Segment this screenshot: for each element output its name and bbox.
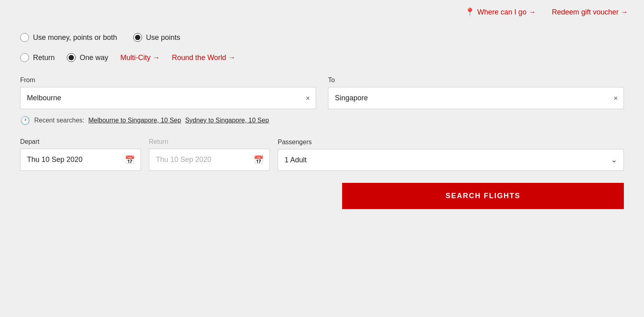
to-clear-button[interactable]: × [613,95,618,102]
one-way-label: One way [80,54,108,62]
to-input[interactable] [328,87,623,109]
from-input[interactable] [21,87,316,109]
use-points-radio[interactable] [133,33,142,42]
one-way-radio[interactable] [67,53,76,62]
one-way-option[interactable]: One way [67,53,108,62]
from-to-row: From × To × [20,77,624,109]
money-points-label: Use money, points or both [33,33,117,42]
depart-input[interactable] [21,149,140,170]
from-input-wrapper: × [20,87,316,109]
recent-searches-label: Recent searches: [34,117,85,124]
recent-search-1[interactable]: Melbourne to Singapore, 10 Sep [89,117,181,124]
recent-searches: 🕐 Recent searches: Melbourne to Singapor… [20,116,624,125]
passengers-select[interactable]: 1 Adult2 Adults3 Adults1 Adult, 1 Child [278,149,623,170]
return-label: Return [149,138,270,145]
round-the-world-link[interactable]: Round the World → [172,54,235,62]
multi-city-link[interactable]: Multi-City → [120,54,160,62]
pin-icon: 📍 [465,7,475,17]
depart-label: Depart [20,138,141,145]
round-the-world-label: Round the World → [172,54,235,62]
from-clear-button[interactable]: × [305,95,310,102]
redeem-voucher-link[interactable]: Redeem gift voucher → [552,8,628,17]
depart-calendar-icon[interactable]: 📅 [125,155,135,165]
use-points-option[interactable]: Use points [133,33,180,42]
date-passengers-row: Depart 📅 Return 📅 Passengers 1 Adult2 Ad… [20,138,624,171]
use-points-label: Use points [146,33,180,42]
from-field-group: From × [20,77,316,109]
to-field-group: To × [328,77,624,109]
return-label: Return [33,54,55,62]
passengers-label: Passengers [278,139,624,146]
return-input[interactable] [149,149,269,170]
depart-input-wrapper: 📅 [20,149,141,171]
multi-city-label: Multi-City → [120,54,160,62]
money-points-option[interactable]: Use money, points or both [20,33,117,42]
where-can-i-go-link[interactable]: 📍 Where can I go → [465,7,536,17]
to-input-wrapper: × [328,87,624,109]
main-content: Use money, points or both Use points Ret… [0,21,644,225]
payment-options-group: Use money, points or both Use points [20,33,624,42]
return-calendar-icon[interactable]: 📅 [254,155,264,165]
return-field: Return 📅 [149,138,270,171]
redeem-voucher-label: Redeem gift voucher → [552,8,628,17]
depart-field: Depart 📅 [20,138,141,171]
trip-type-group: Return One way Multi-City → Round the Wo… [20,53,624,62]
search-row: SEARCH FLIGHTS [20,183,624,209]
top-nav: 📍 Where can I go → Redeem gift voucher → [0,0,644,21]
return-input-wrapper: 📅 [149,149,270,171]
return-option[interactable]: Return [20,53,55,62]
to-label: To [328,77,624,84]
return-radio[interactable] [20,53,29,62]
passengers-select-wrapper: 1 Adult2 Adults3 Adults1 Adult, 1 Child … [278,149,624,171]
recent-search-2[interactable]: Sydney to Singapore, 10 Sep [185,117,269,124]
passengers-field: Passengers 1 Adult2 Adults3 Adults1 Adul… [278,139,624,171]
clock-icon: 🕐 [20,116,30,125]
money-points-radio[interactable] [20,33,29,42]
where-can-i-go-label: Where can I go → [477,8,536,17]
from-label: From [20,77,316,84]
page-container: 📍 Where can I go → Redeem gift voucher →… [0,0,644,317]
search-flights-button[interactable]: SEARCH FLIGHTS [342,183,624,209]
